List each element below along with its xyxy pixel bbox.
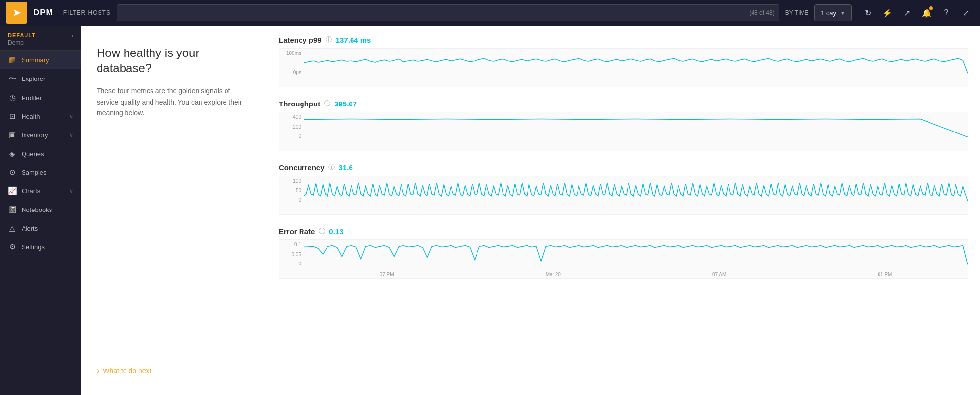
filter-hosts-input[interactable] — [117, 4, 779, 21]
filter-hosts-label: FILTER HOSTS — [63, 9, 111, 16]
time-selected-value: 1 day — [821, 9, 836, 17]
sidebar-item-label: Alerts — [22, 225, 38, 232]
workspace-sub: Demo — [8, 39, 73, 46]
topbar: ➤ DPM FILTER HOSTS (48 of 48) BY TIME 1 … — [0, 0, 980, 26]
sidebar-item-profiler[interactable]: ◷ Profiler — [0, 88, 81, 107]
sidebar-header: DEFAULT › Demo — [0, 26, 81, 51]
logo-icon: ➤ — [12, 6, 21, 19]
metric-error-rate-header: Error Rate ⓘ 0.13 — [279, 227, 968, 236]
by-time-label: BY TIME — [785, 9, 809, 16]
samples-icon: ⊙ — [8, 168, 17, 177]
sidebar-item-label: Samples — [22, 169, 47, 176]
metric-latency-info-icon[interactable]: ⓘ — [326, 35, 332, 44]
lightning-button[interactable]: ⚡ — [879, 4, 896, 21]
y-label-bottom: 0μs — [279, 70, 301, 75]
logo[interactable]: ➤ — [6, 2, 27, 24]
metric-error-rate-value: 0.13 — [329, 227, 343, 236]
notification-badge — [929, 6, 933, 10]
x-label-1: 07 PM — [380, 272, 394, 277]
notebooks-icon: 📓 — [8, 205, 17, 214]
sidebar-item-label: Notebooks — [22, 206, 52, 213]
sidebar-item-summary[interactable]: ▦ Summary — [0, 51, 81, 69]
y-label-bottom: 0 — [279, 261, 301, 266]
health-icon: ⊡ — [8, 112, 17, 121]
sidebar-item-charts[interactable]: 📈 Charts ∨ — [0, 182, 81, 200]
x-label-2: Mar 20 — [546, 272, 561, 277]
notification-button[interactable]: 🔔 — [918, 4, 935, 21]
sidebar-item-label: Settings — [22, 243, 45, 251]
metric-concurrency-value: 31.6 — [339, 163, 353, 172]
summary-heading: How healthy is your database? — [97, 45, 251, 76]
explorer-icon: 〜 — [8, 74, 17, 83]
x-label-3: 07 AM — [712, 272, 726, 277]
charts-icon: 📈 — [8, 186, 17, 195]
sidebar-item-settings[interactable]: ⚙ Settings — [0, 237, 81, 256]
summary-icon: ▦ — [8, 55, 17, 64]
summary-description: These four metrics are the golden signal… — [97, 85, 251, 118]
sidebar-item-label: Queries — [22, 150, 44, 158]
what-to-do-next[interactable]: › What to do next — [97, 357, 251, 375]
time-select[interactable]: 1 day ▼ — [814, 4, 852, 21]
y-label-top: 0.1 — [279, 242, 301, 247]
metric-throughput: Throughput ⓘ 395.67 400 200 0 — [279, 99, 968, 151]
metric-throughput-info-icon[interactable]: ⓘ — [324, 99, 330, 108]
x-labels: 07 PM Mar 20 07 AM 01 PM — [304, 272, 968, 277]
throughput-chart: 400 200 0 — [279, 112, 968, 151]
settings-icon: ⚙ — [8, 242, 17, 251]
metric-concurrency-header: Concurrency ⓘ 31.6 — [279, 163, 968, 172]
chevron-down-icon: ▼ — [840, 10, 845, 16]
chevron-down-icon: ∨ — [69, 132, 73, 138]
app-title: DPM — [33, 8, 53, 18]
metric-concurrency-info-icon[interactable]: ⓘ — [328, 163, 335, 172]
y-label-top: 100ms — [279, 51, 301, 56]
profiler-icon: ◷ — [8, 93, 17, 102]
y-label-top: 400 — [279, 114, 301, 120]
sidebar-item-inventory[interactable]: ▣ Inventory ∨ — [0, 126, 81, 144]
inventory-icon: ▣ — [8, 131, 17, 139]
help-button[interactable]: ? — [938, 4, 955, 21]
metric-error-rate-label: Error Rate — [279, 227, 315, 236]
metric-error-rate-info-icon[interactable]: ⓘ — [319, 227, 325, 236]
share-button[interactable]: ↗ — [899, 4, 915, 21]
filter-input-wrap: (48 of 48) — [117, 4, 779, 21]
latency-chart-area — [304, 49, 968, 77]
chevron-right-icon: › — [97, 367, 99, 375]
error-rate-chart: 0.1 0.05 0 07 PM Mar 20 07 AM 01 PM — [279, 239, 968, 279]
expand-button[interactable]: ⤢ — [957, 4, 974, 21]
charts-panel: Latency p99 ⓘ 137.64 ms 100ms 0μs — [267, 26, 980, 395]
sidebar-item-health[interactable]: ⊡ Health ∨ — [0, 107, 81, 126]
metric-throughput-value: 395.67 — [334, 100, 357, 108]
x-label-4: 01 PM — [878, 272, 892, 277]
sidebar-item-alerts[interactable]: △ Alerts — [0, 219, 81, 237]
chevron-down-icon: ∨ — [69, 113, 73, 120]
error-rate-chart-area — [304, 240, 968, 268]
concurrency-chart: 100 50 0 — [279, 176, 968, 215]
y-label-bottom: 0 — [279, 133, 301, 139]
y-label-bottom: 0 — [279, 197, 301, 203]
topbar-actions: ↻ ⚡ ↗ 🔔 ? ⤢ — [859, 4, 974, 21]
sidebar-expand-icon[interactable]: › — [71, 32, 73, 39]
metric-concurrency-label: Concurrency — [279, 163, 325, 172]
sidebar-item-label: Inventory — [22, 132, 48, 139]
filter-count: (48 of 48) — [749, 9, 774, 16]
metric-error-rate: Error Rate ⓘ 0.13 0.1 0.05 0 — [279, 227, 968, 279]
main-layout: DEFAULT › Demo ▦ Summary 〜 Explorer ◷ Pr… — [0, 26, 980, 395]
metric-throughput-header: Throughput ⓘ 395.67 — [279, 99, 968, 108]
sidebar-item-label: Profiler — [22, 94, 42, 102]
throughput-y-labels: 400 200 0 — [279, 112, 304, 141]
sidebar-item-notebooks[interactable]: 📓 Notebooks — [0, 200, 81, 219]
sidebar-item-queries[interactable]: ◈ Queries — [0, 144, 81, 163]
sidebar-item-explorer[interactable]: 〜 Explorer — [0, 69, 81, 88]
concurrency-y-labels: 100 50 0 — [279, 176, 304, 205]
latency-chart: 100ms 0μs — [279, 48, 968, 87]
latency-y-labels: 100ms 0μs — [279, 49, 304, 77]
sidebar-item-samples[interactable]: ⊙ Samples — [0, 163, 81, 182]
y-label-mid: 50 — [279, 188, 301, 193]
refresh-button[interactable]: ↻ — [859, 4, 876, 21]
throughput-chart-area — [304, 112, 968, 141]
metric-latency-label: Latency p99 — [279, 36, 322, 44]
metric-latency-value: 137.64 ms — [336, 36, 371, 44]
queries-icon: ◈ — [8, 149, 17, 158]
chevron-down-icon: ∨ — [69, 188, 73, 194]
concurrency-chart-area — [304, 176, 968, 205]
